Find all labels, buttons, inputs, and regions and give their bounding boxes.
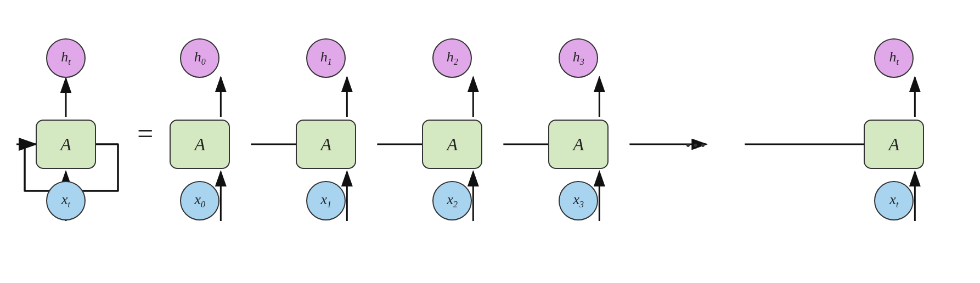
unrolled-cell-1: A	[296, 120, 356, 169]
unrolled-output-0: h0	[180, 38, 219, 78]
unrolled-input-3: x3	[559, 181, 598, 220]
ellipsis: ···	[685, 133, 708, 157]
unrolled-cell-t: A	[864, 120, 924, 169]
equals-sign: =	[137, 117, 153, 150]
unrolled-cell-0: A	[170, 120, 230, 169]
folded-rnn: ht A xt	[0, 15, 132, 268]
rnn-cell: A	[36, 120, 96, 169]
folded-input-node: xt	[46, 181, 86, 220]
output-circle: ht	[46, 38, 86, 78]
unrolled-cell-3: A	[548, 120, 609, 169]
unrolled-rnn: h0 A x0 h1 A x1	[159, 15, 980, 268]
input-circle: xt	[46, 181, 86, 220]
unrolled-output-3: h3	[559, 38, 598, 78]
folded-output-node: ht	[46, 38, 86, 78]
rnn-diagram: ht A xt =	[0, 0, 980, 283]
folded-cell-box: A	[36, 120, 96, 169]
unrolled-cell-2: A	[422, 120, 482, 169]
unrolled-output-2: h2	[432, 38, 472, 78]
unrolled-output-1: h1	[306, 38, 346, 78]
unrolled-output-t: ht	[874, 38, 914, 78]
unrolled-input-1: x1	[306, 181, 346, 220]
unrolled-input-0: x0	[180, 181, 219, 220]
unrolled-input-2: x2	[432, 181, 472, 220]
unrolled-input-t: xt	[874, 181, 914, 220]
